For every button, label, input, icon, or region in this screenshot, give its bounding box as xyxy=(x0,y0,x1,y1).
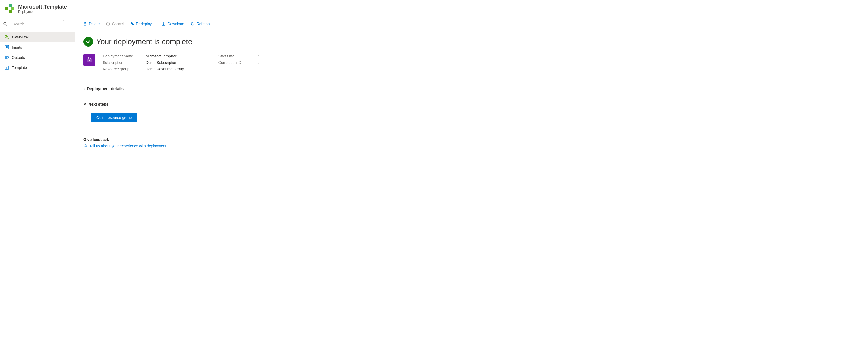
page-title: Microsoft.Template xyxy=(18,4,67,10)
deployment-fields-left: Deployment name : Microsoft.Template Sub… xyxy=(103,54,184,71)
svg-point-4 xyxy=(4,23,6,25)
svg-rect-11 xyxy=(6,47,8,48)
redeploy-icon xyxy=(130,22,134,26)
deployment-info: Deployment name : Microsoft.Template Sub… xyxy=(84,54,860,71)
svg-rect-10 xyxy=(6,46,8,47)
svg-line-5 xyxy=(6,25,7,26)
delete-button[interactable]: Delete xyxy=(80,20,102,28)
refresh-button[interactable]: Refresh xyxy=(188,20,212,28)
feedback-person-icon xyxy=(84,144,88,148)
sidebar-item-outputs[interactable]: Outputs xyxy=(0,53,75,63)
sidebar-item-inputs[interactable]: Inputs xyxy=(0,42,75,53)
deployment-resource-icon xyxy=(84,54,95,66)
next-steps-chevron-icon: ∨ xyxy=(84,102,86,106)
sidebar-item-template[interactable]: Template xyxy=(0,63,75,73)
search-bar: « xyxy=(0,18,75,31)
field-deployment-name: Deployment name : Microsoft.Template xyxy=(103,54,184,58)
cancel-icon xyxy=(106,22,110,26)
search-input[interactable] xyxy=(10,20,64,28)
success-icon xyxy=(84,37,93,46)
svg-point-29 xyxy=(89,60,90,61)
svg-rect-19 xyxy=(84,22,86,23)
toolbar: Delete Cancel Redeploy xyxy=(75,18,868,31)
go-to-resource-group-button[interactable]: Go to resource group xyxy=(91,113,137,123)
deployment-complete-title: Your deployment is complete xyxy=(96,37,192,46)
header-text: Microsoft.Template Deployment xyxy=(18,4,67,13)
field-resource-group: Resource group : Demo Resource Group xyxy=(103,67,184,71)
field-subscription: Subscription : Demo Subscription xyxy=(103,60,184,65)
sidebar-item-overview-label: Overview xyxy=(12,35,28,39)
download-button[interactable]: Download xyxy=(159,20,187,28)
feedback-link[interactable]: Tell us about your experience with deplo… xyxy=(84,144,860,148)
main-layout: « Overview xyxy=(0,18,868,362)
feedback-section: Give feedback Tell us about your experie… xyxy=(84,133,860,148)
sidebar-nav: Overview Inputs xyxy=(0,31,75,74)
svg-line-8 xyxy=(7,38,8,39)
deployment-details-toggle[interactable]: › Deployment details xyxy=(84,84,860,93)
main-content: Your deployment is complete xyxy=(75,31,868,155)
redeploy-button[interactable]: Redeploy xyxy=(127,20,154,28)
feedback-title: Give feedback xyxy=(84,137,860,142)
svg-point-30 xyxy=(85,144,86,146)
sidebar-item-template-label: Template xyxy=(12,66,27,70)
sidebar-item-inputs-label: Inputs xyxy=(12,45,22,50)
sidebar: « Overview xyxy=(0,18,75,362)
deployment-details-section: › Deployment details xyxy=(84,80,860,93)
template-icon xyxy=(4,65,9,70)
next-steps-section: ∨ Next steps Go to resource group xyxy=(84,95,860,127)
field-start-time: Start time : xyxy=(218,54,261,58)
overview-icon xyxy=(4,35,9,40)
sidebar-item-outputs-label: Outputs xyxy=(12,55,25,60)
cancel-button[interactable]: Cancel xyxy=(103,20,126,28)
azure-logo-icon xyxy=(4,3,15,14)
search-icon xyxy=(3,22,7,26)
svg-rect-1 xyxy=(8,4,12,7)
collapse-sidebar-button[interactable]: « xyxy=(66,21,71,27)
download-icon xyxy=(162,22,166,26)
outputs-icon xyxy=(4,55,9,60)
deployment-status-header: Your deployment is complete xyxy=(84,37,860,46)
delete-icon xyxy=(83,22,87,26)
deployment-details-chevron-icon: › xyxy=(84,87,85,91)
svg-rect-20 xyxy=(84,23,87,23)
next-steps-content: Go to resource group xyxy=(84,108,860,127)
page-subtitle: Deployment xyxy=(18,10,67,13)
app-layout: Microsoft.Template Deployment « xyxy=(0,0,868,362)
deployment-fields-right: Start time : Correlation ID : xyxy=(218,54,261,71)
inputs-icon xyxy=(4,45,9,50)
field-correlation-id: Correlation ID : xyxy=(218,60,261,65)
svg-point-7 xyxy=(6,36,7,37)
next-steps-toggle[interactable]: ∨ Next steps xyxy=(84,100,860,108)
header: Microsoft.Template Deployment xyxy=(0,0,868,18)
svg-rect-24 xyxy=(132,24,134,25)
svg-rect-2 xyxy=(8,10,12,13)
content-area: Delete Cancel Redeploy xyxy=(75,18,868,362)
svg-rect-3 xyxy=(11,7,14,10)
svg-rect-0 xyxy=(5,7,8,10)
refresh-icon xyxy=(190,22,195,26)
sidebar-item-overview[interactable]: Overview xyxy=(0,32,75,42)
